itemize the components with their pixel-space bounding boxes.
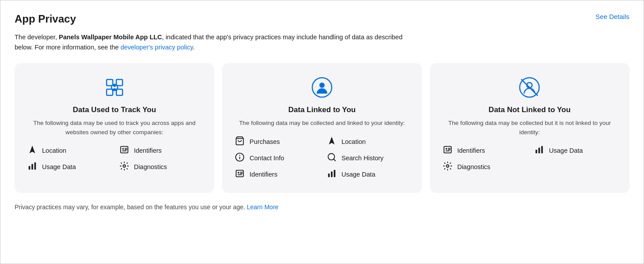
svg-point-7 — [122, 148, 124, 150]
footer-text: Privacy practices may vary, for example,… — [15, 204, 629, 211]
cards-row: Data Used to Track You The following dat… — [15, 63, 629, 192]
navigation-icon — [326, 136, 337, 148]
card-desc-linked: The following data may be collected and … — [239, 119, 405, 128]
card-title-linked: Data Linked to You — [288, 106, 356, 114]
card-desc-track: The following data may be used to track … — [27, 119, 202, 137]
identifiers-icon — [234, 169, 245, 181]
data-item-identifiers: Identifiers — [119, 145, 202, 157]
info-circle-icon — [234, 152, 245, 164]
data-item-purchases: Purchases — [234, 136, 318, 148]
svg-rect-11 — [29, 166, 31, 170]
data-item-label: Usage Data — [42, 163, 76, 170]
data-item-usage-data: Usage Data — [27, 161, 110, 173]
svg-rect-3 — [116, 89, 123, 95]
card-desc-not-linked: The following data may be collected but … — [442, 119, 617, 137]
bar-chart-icon — [534, 145, 544, 157]
svg-rect-0 — [107, 79, 113, 86]
svg-rect-2 — [107, 89, 113, 95]
svg-point-35 — [445, 148, 447, 150]
footer-static-text: Privacy practices may vary, for example,… — [15, 204, 247, 211]
card-title-not-linked: Data Not Linked to You — [489, 106, 571, 114]
items-grid-not-linked: Identifiers Usage Data Diagnostics — [442, 145, 617, 173]
items-grid-track: Location Identifiers Usage Data Diagnost… — [27, 145, 202, 173]
card-linked: Data Linked to You The following data ma… — [222, 63, 422, 192]
svg-rect-28 — [328, 173, 330, 177]
data-item-label: Purchases — [249, 138, 280, 145]
data-item-label: Identifiers — [249, 171, 277, 178]
header: App Privacy See Details — [15, 13, 629, 25]
data-item-label: Usage Data — [341, 171, 376, 178]
svg-point-5 — [113, 84, 116, 87]
data-item-label: Diagnostics — [457, 163, 491, 170]
items-grid-linked: Purchases Location Contact Info Search H… — [234, 136, 409, 181]
data-item-usage-data: Usage Data — [534, 145, 617, 157]
search-icon — [326, 152, 337, 164]
data-item-label: Diagnostics — [134, 163, 167, 170]
bar-chart-icon — [326, 169, 337, 181]
svg-rect-30 — [334, 170, 336, 177]
data-item-diagnostics: Diagnostics — [442, 161, 525, 173]
data-item-label: Location — [341, 138, 366, 145]
data-item-usage-data: Usage Data — [326, 169, 410, 181]
svg-rect-12 — [31, 164, 33, 170]
see-details-link[interactable]: See Details — [595, 13, 629, 20]
data-item-label: Usage Data — [549, 147, 583, 154]
page-title: App Privacy — [15, 13, 76, 25]
svg-point-14 — [123, 165, 126, 167]
bar-chart-icon — [27, 161, 38, 173]
bag-icon — [234, 136, 245, 148]
card-icon-track — [103, 75, 126, 99]
svg-rect-40 — [538, 147, 540, 153]
data-item-identifiers: Identifiers — [234, 169, 318, 181]
data-item-label: Identifiers — [457, 147, 485, 154]
data-item-location: Location — [326, 136, 410, 148]
identifiers-icon — [119, 145, 130, 157]
developer-name: Panels Wallpaper Mobile App LLC — [59, 34, 162, 41]
data-item-label: Contact Info — [249, 155, 284, 162]
card-track: Data Used to Track You The following dat… — [15, 63, 214, 192]
svg-point-24 — [238, 172, 240, 173]
svg-point-42 — [446, 165, 449, 167]
data-item-location: Location — [27, 145, 110, 157]
card-icon-linked — [310, 75, 334, 99]
intro-text: The developer, Panels Wallpaper Mobile A… — [15, 32, 413, 53]
data-item-label: Location — [42, 147, 66, 154]
svg-rect-39 — [536, 150, 537, 153]
privacy-policy-link[interactable]: developer's privacy policy — [120, 44, 193, 51]
svg-rect-13 — [34, 162, 36, 170]
svg-rect-29 — [331, 171, 333, 177]
identifiers-icon — [442, 145, 453, 157]
app-privacy-container: App Privacy See Details The developer, P… — [0, 0, 644, 221]
intro-before: The developer, — [15, 34, 59, 41]
data-item-label: Identifiers — [134, 147, 162, 154]
data-item-diagnostics: Diagnostics — [119, 161, 202, 173]
svg-line-22 — [334, 159, 335, 161]
card-icon-not-linked — [518, 75, 541, 99]
data-item-search-history: Search History — [326, 152, 410, 164]
data-item-identifiers: Identifiers — [442, 145, 525, 157]
data-item-contact-info: Contact Info — [234, 152, 318, 164]
data-item-label: Search History — [341, 155, 383, 162]
navigation-icon — [27, 145, 38, 157]
learn-more-link[interactable]: Learn More — [247, 204, 279, 211]
gear-icon — [442, 161, 453, 173]
intro-end: . — [193, 44, 195, 51]
card-not-linked: Data Not Linked to You The following dat… — [430, 63, 629, 192]
svg-rect-1 — [116, 79, 123, 86]
svg-point-16 — [319, 83, 325, 88]
svg-rect-41 — [541, 146, 543, 154]
card-title-track: Data Used to Track You — [73, 106, 156, 114]
gear-icon — [119, 161, 130, 173]
